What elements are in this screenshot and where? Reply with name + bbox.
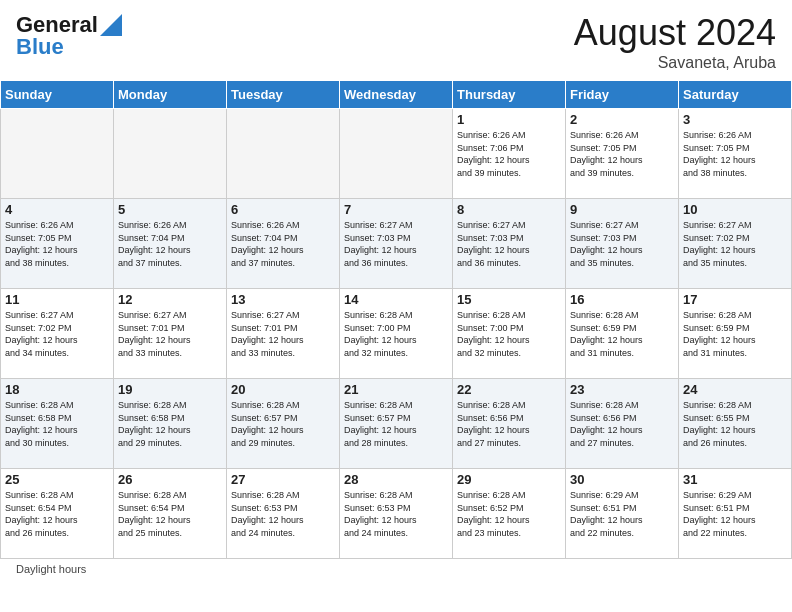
- calendar-day-27: 27Sunrise: 6:28 AM Sunset: 6:53 PM Dayli…: [227, 469, 340, 559]
- day-number: 12: [118, 292, 222, 307]
- calendar-day-6: 6Sunrise: 6:26 AM Sunset: 7:04 PM Daylig…: [227, 199, 340, 289]
- day-info: Sunrise: 6:27 AM Sunset: 7:01 PM Dayligh…: [118, 309, 222, 359]
- day-info: Sunrise: 6:26 AM Sunset: 7:04 PM Dayligh…: [118, 219, 222, 269]
- day-number: 17: [683, 292, 787, 307]
- calendar-day-20: 20Sunrise: 6:28 AM Sunset: 6:57 PM Dayli…: [227, 379, 340, 469]
- calendar-week-row: 4Sunrise: 6:26 AM Sunset: 7:05 PM Daylig…: [1, 199, 792, 289]
- day-info: Sunrise: 6:28 AM Sunset: 6:59 PM Dayligh…: [683, 309, 787, 359]
- day-info: Sunrise: 6:28 AM Sunset: 6:58 PM Dayligh…: [118, 399, 222, 449]
- logo: General Blue: [16, 12, 122, 60]
- calendar-day-24: 24Sunrise: 6:28 AM Sunset: 6:55 PM Dayli…: [679, 379, 792, 469]
- calendar-empty-cell: [340, 109, 453, 199]
- month-year: August 2024: [574, 12, 776, 54]
- calendar-header-thursday: Thursday: [453, 81, 566, 109]
- day-info: Sunrise: 6:26 AM Sunset: 7:05 PM Dayligh…: [683, 129, 787, 179]
- calendar-day-30: 30Sunrise: 6:29 AM Sunset: 6:51 PM Dayli…: [566, 469, 679, 559]
- day-info: Sunrise: 6:28 AM Sunset: 6:59 PM Dayligh…: [570, 309, 674, 359]
- calendar-day-29: 29Sunrise: 6:28 AM Sunset: 6:52 PM Dayli…: [453, 469, 566, 559]
- day-info: Sunrise: 6:27 AM Sunset: 7:03 PM Dayligh…: [570, 219, 674, 269]
- day-info: Sunrise: 6:26 AM Sunset: 7:04 PM Dayligh…: [231, 219, 335, 269]
- day-number: 2: [570, 112, 674, 127]
- day-number: 18: [5, 382, 109, 397]
- calendar-day-14: 14Sunrise: 6:28 AM Sunset: 7:00 PM Dayli…: [340, 289, 453, 379]
- footer: Daylight hours: [0, 559, 792, 579]
- calendar-day-31: 31Sunrise: 6:29 AM Sunset: 6:51 PM Dayli…: [679, 469, 792, 559]
- calendar-header-tuesday: Tuesday: [227, 81, 340, 109]
- calendar-day-8: 8Sunrise: 6:27 AM Sunset: 7:03 PM Daylig…: [453, 199, 566, 289]
- svg-marker-0: [100, 14, 122, 36]
- calendar-week-row: 11Sunrise: 6:27 AM Sunset: 7:02 PM Dayli…: [1, 289, 792, 379]
- day-info: Sunrise: 6:28 AM Sunset: 6:54 PM Dayligh…: [5, 489, 109, 539]
- day-number: 4: [5, 202, 109, 217]
- day-info: Sunrise: 6:28 AM Sunset: 6:54 PM Dayligh…: [118, 489, 222, 539]
- day-number: 30: [570, 472, 674, 487]
- day-number: 31: [683, 472, 787, 487]
- day-number: 27: [231, 472, 335, 487]
- day-number: 28: [344, 472, 448, 487]
- day-number: 9: [570, 202, 674, 217]
- calendar-week-row: 1Sunrise: 6:26 AM Sunset: 7:06 PM Daylig…: [1, 109, 792, 199]
- day-number: 10: [683, 202, 787, 217]
- day-number: 22: [457, 382, 561, 397]
- calendar-header-friday: Friday: [566, 81, 679, 109]
- calendar-header-sunday: Sunday: [1, 81, 114, 109]
- day-number: 21: [344, 382, 448, 397]
- calendar-table: SundayMondayTuesdayWednesdayThursdayFrid…: [0, 80, 792, 559]
- day-info: Sunrise: 6:26 AM Sunset: 7:05 PM Dayligh…: [570, 129, 674, 179]
- day-number: 8: [457, 202, 561, 217]
- calendar-day-16: 16Sunrise: 6:28 AM Sunset: 6:59 PM Dayli…: [566, 289, 679, 379]
- day-number: 6: [231, 202, 335, 217]
- day-number: 13: [231, 292, 335, 307]
- day-info: Sunrise: 6:26 AM Sunset: 7:05 PM Dayligh…: [5, 219, 109, 269]
- daylight-label: Daylight hours: [16, 563, 86, 575]
- calendar-day-28: 28Sunrise: 6:28 AM Sunset: 6:53 PM Dayli…: [340, 469, 453, 559]
- day-info: Sunrise: 6:27 AM Sunset: 7:03 PM Dayligh…: [457, 219, 561, 269]
- calendar-day-4: 4Sunrise: 6:26 AM Sunset: 7:05 PM Daylig…: [1, 199, 114, 289]
- day-number: 23: [570, 382, 674, 397]
- day-info: Sunrise: 6:28 AM Sunset: 7:00 PM Dayligh…: [344, 309, 448, 359]
- day-info: Sunrise: 6:27 AM Sunset: 7:02 PM Dayligh…: [5, 309, 109, 359]
- calendar-day-3: 3Sunrise: 6:26 AM Sunset: 7:05 PM Daylig…: [679, 109, 792, 199]
- day-number: 26: [118, 472, 222, 487]
- location: Savaneta, Aruba: [574, 54, 776, 72]
- calendar-day-25: 25Sunrise: 6:28 AM Sunset: 6:54 PM Dayli…: [1, 469, 114, 559]
- title-section: August 2024 Savaneta, Aruba: [574, 12, 776, 72]
- day-number: 1: [457, 112, 561, 127]
- calendar-day-11: 11Sunrise: 6:27 AM Sunset: 7:02 PM Dayli…: [1, 289, 114, 379]
- calendar-day-5: 5Sunrise: 6:26 AM Sunset: 7:04 PM Daylig…: [114, 199, 227, 289]
- calendar-day-13: 13Sunrise: 6:27 AM Sunset: 7:01 PM Dayli…: [227, 289, 340, 379]
- calendar-day-22: 22Sunrise: 6:28 AM Sunset: 6:56 PM Dayli…: [453, 379, 566, 469]
- calendar-header-saturday: Saturday: [679, 81, 792, 109]
- day-number: 14: [344, 292, 448, 307]
- day-info: Sunrise: 6:28 AM Sunset: 6:57 PM Dayligh…: [344, 399, 448, 449]
- day-info: Sunrise: 6:28 AM Sunset: 6:55 PM Dayligh…: [683, 399, 787, 449]
- logo-icon: [100, 14, 122, 36]
- day-info: Sunrise: 6:27 AM Sunset: 7:01 PM Dayligh…: [231, 309, 335, 359]
- calendar-empty-cell: [227, 109, 340, 199]
- day-info: Sunrise: 6:27 AM Sunset: 7:02 PM Dayligh…: [683, 219, 787, 269]
- calendar-header-monday: Monday: [114, 81, 227, 109]
- calendar-day-23: 23Sunrise: 6:28 AM Sunset: 6:56 PM Dayli…: [566, 379, 679, 469]
- day-number: 19: [118, 382, 222, 397]
- calendar-week-row: 25Sunrise: 6:28 AM Sunset: 6:54 PM Dayli…: [1, 469, 792, 559]
- day-info: Sunrise: 6:26 AM Sunset: 7:06 PM Dayligh…: [457, 129, 561, 179]
- day-number: 29: [457, 472, 561, 487]
- day-number: 5: [118, 202, 222, 217]
- calendar-day-9: 9Sunrise: 6:27 AM Sunset: 7:03 PM Daylig…: [566, 199, 679, 289]
- day-info: Sunrise: 6:28 AM Sunset: 6:53 PM Dayligh…: [231, 489, 335, 539]
- day-number: 16: [570, 292, 674, 307]
- day-info: Sunrise: 6:28 AM Sunset: 6:56 PM Dayligh…: [457, 399, 561, 449]
- day-info: Sunrise: 6:27 AM Sunset: 7:03 PM Dayligh…: [344, 219, 448, 269]
- calendar-day-26: 26Sunrise: 6:28 AM Sunset: 6:54 PM Dayli…: [114, 469, 227, 559]
- day-number: 25: [5, 472, 109, 487]
- calendar-day-17: 17Sunrise: 6:28 AM Sunset: 6:59 PM Dayli…: [679, 289, 792, 379]
- day-number: 11: [5, 292, 109, 307]
- day-number: 15: [457, 292, 561, 307]
- day-number: 3: [683, 112, 787, 127]
- calendar-day-1: 1Sunrise: 6:26 AM Sunset: 7:06 PM Daylig…: [453, 109, 566, 199]
- day-info: Sunrise: 6:28 AM Sunset: 6:56 PM Dayligh…: [570, 399, 674, 449]
- day-info: Sunrise: 6:28 AM Sunset: 6:53 PM Dayligh…: [344, 489, 448, 539]
- calendar-empty-cell: [1, 109, 114, 199]
- page-header: General Blue August 2024 Savaneta, Aruba: [0, 0, 792, 80]
- day-number: 24: [683, 382, 787, 397]
